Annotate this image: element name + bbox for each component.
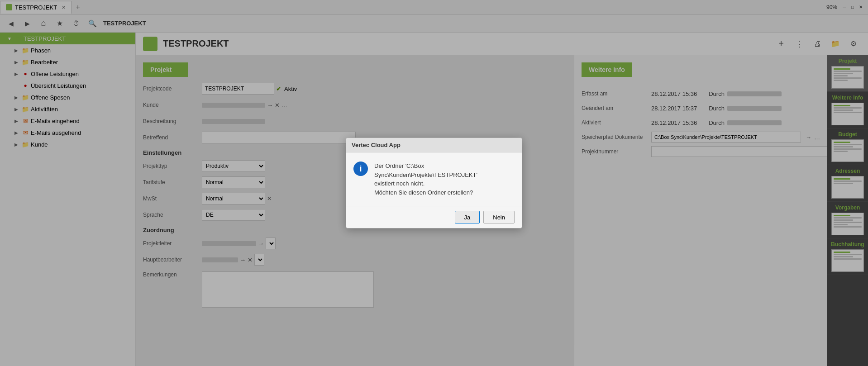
dialog-overlay: Vertec Cloud App i Der Ordner 'C:\Box Sy…: [0, 0, 868, 366]
dialog-body: i Der Ordner 'C:\Box Sync\Kunden\Projekt…: [346, 152, 522, 206]
dialog: Vertec Cloud App i Der Ordner 'C:\Box Sy…: [346, 138, 522, 228]
dialog-message: Der Ordner 'C:\Box Sync\Kunden\Projekte\…: [374, 162, 515, 197]
dialog-title: Vertec Cloud App: [352, 142, 401, 148]
dialog-message-line1: Der Ordner 'C:\Box Sync\Kunden\Projekte\…: [374, 162, 477, 178]
dialog-title-bar: Vertec Cloud App: [346, 138, 522, 152]
dialog-message-line3: Möchten Sie diesen Ordner erstellen?: [374, 189, 473, 196]
dialog-no-button[interactable]: Nein: [483, 211, 515, 223]
dialog-footer: Ja Nein: [346, 206, 522, 228]
dialog-info-icon: i: [353, 162, 368, 176]
dialog-message-line2: existiert noch nicht.: [374, 180, 424, 187]
dialog-yes-button[interactable]: Ja: [455, 211, 480, 223]
